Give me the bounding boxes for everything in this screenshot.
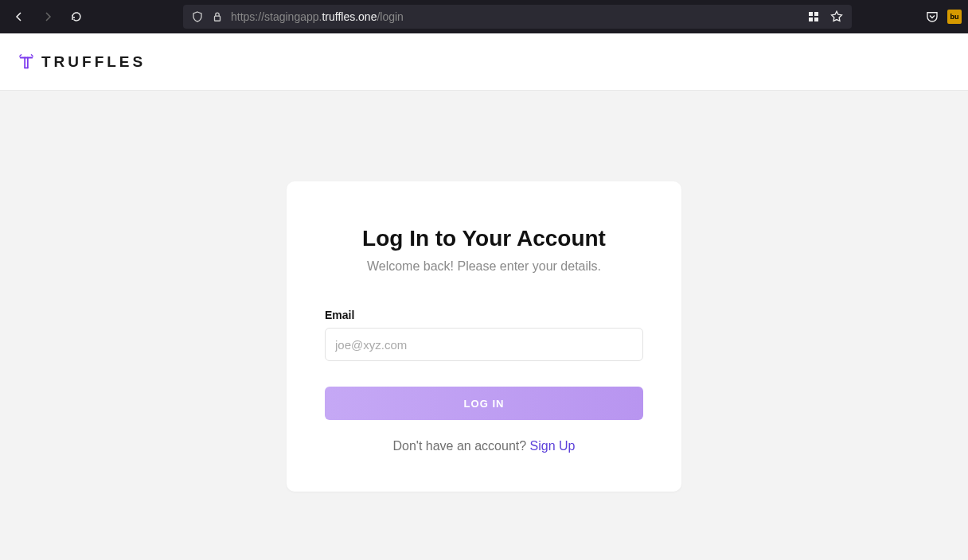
signup-prompt: Don't have an account?: [393, 439, 530, 453]
nav-buttons: [6, 4, 89, 29]
pocket-icon[interactable]: [925, 10, 939, 24]
signup-row: Don't have an account? Sign Up: [325, 439, 643, 453]
browser-toolbar: https://stagingapp.truffles.one/login bu: [0, 0, 968, 33]
logo-icon: [18, 53, 35, 71]
login-title: Log In to Your Account: [325, 226, 643, 251]
svg-rect-3: [809, 18, 813, 21]
signup-link[interactable]: Sign Up: [530, 439, 576, 453]
arrow-left-icon: [13, 10, 25, 23]
lock-icon: [212, 11, 223, 22]
svg-rect-4: [814, 18, 818, 21]
email-field[interactable]: [325, 328, 643, 361]
shield-icon: [191, 10, 204, 23]
brand-logo[interactable]: TRUFFLES: [18, 53, 146, 71]
star-icon[interactable]: [829, 10, 844, 24]
reload-icon: [70, 10, 83, 23]
svg-rect-1: [809, 12, 813, 16]
reload-button[interactable]: [64, 4, 89, 29]
url-right-icons: [807, 10, 844, 24]
app-header: TRUFFLES: [0, 33, 968, 91]
browser-right-controls: bu: [925, 10, 962, 24]
grid-icon[interactable]: [807, 10, 820, 23]
url-text: https://stagingapp.truffles.one/login: [231, 10, 799, 23]
svg-rect-0: [215, 16, 221, 21]
login-card: Log In to Your Account Welcome back! Ple…: [287, 181, 681, 492]
main-content: Log In to Your Account Welcome back! Ple…: [0, 91, 968, 560]
email-label: Email: [325, 309, 643, 321]
extension-badge-icon[interactable]: bu: [947, 10, 962, 24]
back-button[interactable]: [6, 4, 32, 29]
url-bar[interactable]: https://stagingapp.truffles.one/login: [183, 5, 852, 29]
forward-button[interactable]: [35, 4, 60, 29]
svg-rect-2: [814, 12, 818, 16]
login-subtitle: Welcome back! Please enter your details.: [325, 259, 643, 274]
login-button[interactable]: LOG IN: [325, 387, 643, 420]
brand-name: TRUFFLES: [41, 53, 146, 71]
arrow-right-icon: [41, 10, 54, 23]
